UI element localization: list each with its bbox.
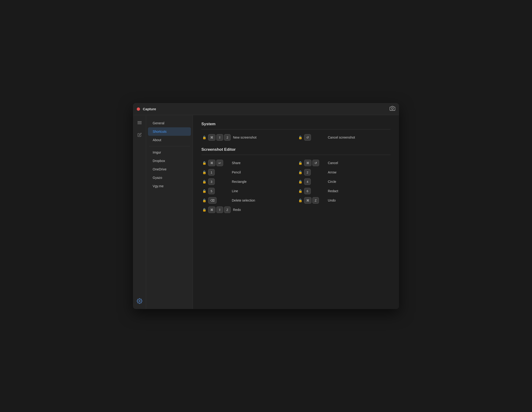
key-z-redo: Z	[224, 206, 231, 213]
label-arrow: Arrow	[328, 170, 336, 174]
shortcut-row-share: 🔒 ⌘ ↩ Share	[201, 160, 294, 166]
label-delete-selection: Delete selection	[232, 198, 255, 202]
lock-icon-pencil: 🔒	[201, 170, 207, 174]
shortcut-keys-undo: 🔒 ⌘ Z	[297, 197, 325, 204]
key-5-line: 5	[208, 188, 215, 194]
label-redact: Redact	[328, 189, 338, 193]
key-enter-share: ↩	[216, 160, 223, 166]
label-undo: Undo	[328, 198, 335, 202]
svg-point-4	[139, 300, 140, 302]
key-cmd-new-screenshot: ⌘	[208, 134, 215, 141]
shortcut-keys-redact: 🔒 6	[297, 188, 325, 194]
lock-icon-cancel: 🔒	[297, 161, 303, 165]
key-3-rectangle: 3	[208, 178, 215, 185]
gear-icon[interactable]	[137, 298, 142, 305]
shortcut-keys-share: 🔒 ⌘ ↩	[201, 160, 229, 166]
lock-icon-undo: 🔒	[297, 198, 303, 202]
label-new-screenshot: New screenshot	[233, 136, 256, 139]
nav-item-general[interactable]: General	[148, 119, 191, 127]
lock-icon-share: 🔒	[201, 161, 207, 165]
editor-shortcuts-grid: 🔒 ⌘ ↩ Share 🔒 ⌘ ↺ Cancel	[201, 160, 390, 213]
shortcut-row-line: 🔒 5 Line	[201, 188, 294, 194]
lock-icon-redact: 🔒	[297, 189, 303, 193]
key-6-redact: 6	[304, 188, 311, 194]
label-rectangle: Rectangle	[232, 180, 247, 184]
app-title: Capture	[143, 107, 390, 111]
key-2-arrow: 2	[304, 169, 311, 176]
key-shift-new-screenshot: ⇧	[216, 134, 223, 141]
shortcut-row-delete-selection: 🔒 ⌫ Delete selection	[201, 197, 294, 204]
shortcut-row-undo: 🔒 ⌘ Z Undo	[297, 197, 390, 204]
label-pencil: Pencil	[232, 170, 241, 174]
editor-divider	[201, 155, 390, 155]
key-2-new-screenshot: 2	[224, 134, 231, 141]
shortcut-keys-rectangle: 🔒 3	[201, 178, 229, 185]
shortcut-keys-circle: 🔒 4	[297, 178, 325, 185]
nav-item-onedrive[interactable]: OneDrive	[148, 165, 191, 173]
menu-icon[interactable]	[136, 119, 143, 128]
label-circle: Circle	[328, 180, 336, 184]
key-cmd-share: ⌘	[208, 160, 215, 166]
shortcut-row-new-screenshot: 🔒 ⌘ ⇧ 2 New screenshot	[201, 134, 294, 141]
shortcut-row-redact: 🔒 6 Redact	[297, 188, 390, 194]
editor-section-title: Screenshot Editor	[201, 147, 390, 152]
lock-icon-arrow: 🔒	[297, 170, 303, 174]
label-cancel-screenshot: Cancel screenshot	[328, 136, 355, 139]
shortcut-row-circle: 🔒 4 Circle	[297, 178, 390, 185]
shortcut-row-rectangle: 🔒 3 Rectangle	[201, 178, 294, 185]
lock-icon-circle: 🔒	[297, 180, 303, 184]
system-section-title: System	[201, 122, 390, 126]
nav-item-dropbox[interactable]: Dropbox	[148, 157, 191, 165]
key-undo-cancel-screenshot: ↺	[304, 134, 311, 141]
label-redo: Redo	[233, 208, 241, 212]
shortcut-keys-redo: 🔒 ⌘ ⇧ Z	[201, 206, 231, 213]
nav-item-vgy-me[interactable]: Vgy.me	[148, 182, 191, 190]
content-area: System 🔒 ⌘ ⇧ 2 New screenshot 🔒	[193, 115, 399, 309]
shortcut-row-arrow: 🔒 2 Arrow	[297, 169, 390, 176]
key-cmd-redo: ⌘	[208, 206, 215, 213]
shortcut-keys-arrow: 🔒 2	[297, 169, 325, 176]
settings-gear-container[interactable]	[137, 298, 142, 305]
key-z-undo: Z	[312, 197, 319, 204]
shortcut-row-cancel-screenshot: 🔒 ↺ Cancel screenshot	[297, 134, 390, 141]
shortcut-row-cancel: 🔒 ⌘ ↺ Cancel	[297, 160, 390, 166]
key-backspace-delete: ⌫	[208, 197, 217, 204]
nav-item-about[interactable]: About	[148, 136, 191, 144]
nav-panel: General Shortcuts About Imgur Dropbox On…	[146, 115, 193, 309]
camera-icon[interactable]	[390, 106, 395, 112]
key-cmd-undo: ⌘	[304, 197, 311, 204]
shortcut-keys-pencil: 🔒 1	[201, 169, 229, 176]
sidebar-left	[133, 115, 146, 309]
pencil-icon[interactable]	[136, 131, 143, 140]
key-undo-cancel: ↺	[312, 160, 319, 166]
titlebar: Capture	[133, 103, 399, 115]
traffic-light-close[interactable]	[137, 107, 140, 111]
lock-icon-delete-selection: 🔒	[201, 198, 207, 202]
key-shift-redo: ⇧	[216, 206, 223, 213]
nav-item-imgur[interactable]: Imgur	[148, 148, 191, 157]
svg-point-0	[391, 108, 393, 110]
lock-icon-rectangle: 🔒	[201, 180, 207, 184]
main-content: General Shortcuts About Imgur Dropbox On…	[133, 115, 399, 309]
shortcut-keys-new-screenshot: 🔒 ⌘ ⇧ 2	[201, 134, 231, 141]
key-4-circle: 4	[304, 178, 311, 185]
nav-separator	[149, 146, 190, 146]
shortcut-keys-cancel-screenshot: 🔒 ↺	[297, 134, 325, 141]
shortcut-keys-delete-selection: 🔒 ⌫	[201, 197, 229, 204]
shortcut-keys-cancel: 🔒 ⌘ ↺	[297, 160, 325, 166]
app-window: Capture	[133, 103, 399, 309]
lock-icon-line: 🔒	[201, 189, 207, 193]
system-shortcuts-grid: 🔒 ⌘ ⇧ 2 New screenshot 🔒 ↺ Cancel screen…	[201, 134, 390, 141]
system-divider	[201, 129, 390, 130]
lock-icon-redo: 🔒	[201, 208, 207, 212]
lock-icon-cancel-screenshot: 🔒	[297, 136, 303, 139]
nav-item-shortcuts[interactable]: Shortcuts	[148, 127, 191, 136]
shortcut-keys-line: 🔒 5	[201, 188, 229, 194]
label-share: Share	[232, 161, 240, 165]
nav-item-gyazo[interactable]: Gyazo	[148, 173, 191, 182]
label-line: Line	[232, 189, 238, 193]
label-cancel: Cancel	[328, 161, 338, 165]
lock-icon-new-screenshot: 🔒	[201, 136, 207, 139]
key-cmd-cancel: ⌘	[304, 160, 311, 166]
key-1-pencil: 1	[208, 169, 215, 176]
